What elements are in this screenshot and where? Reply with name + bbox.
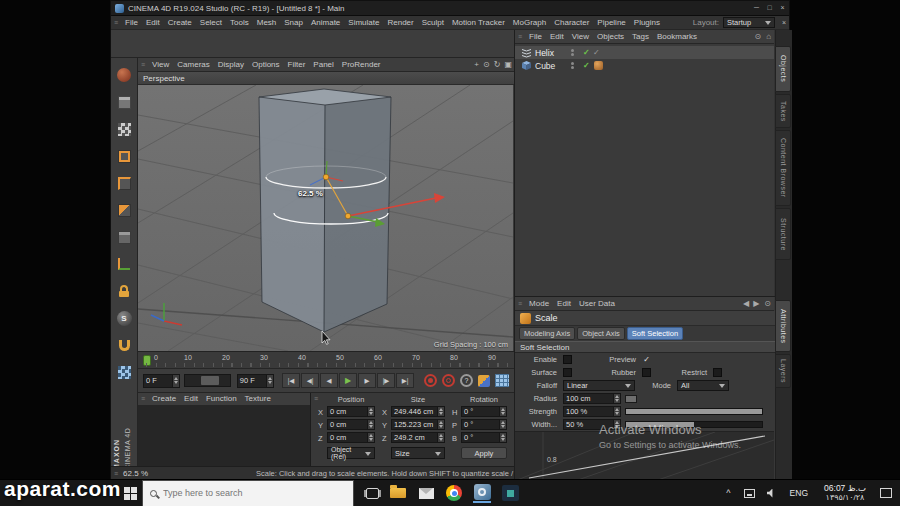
spinner[interactable] [499, 407, 506, 416]
spinner[interactable] [499, 420, 506, 429]
spinner[interactable] [437, 433, 444, 442]
object-name[interactable]: Helix [535, 48, 554, 58]
pan-view-icon[interactable]: + [472, 58, 481, 72]
speaker-icon[interactable] [767, 489, 776, 498]
layout-dropdown[interactable]: Startup [723, 17, 775, 28]
vp-menu-prorender[interactable]: ProRender [338, 58, 385, 72]
mail-button[interactable] [412, 480, 440, 506]
menu-pipeline[interactable]: Pipeline [593, 16, 629, 30]
history-back-icon[interactable]: ◀ [741, 297, 751, 311]
tab-content-browser[interactable]: Content Browser [775, 130, 791, 206]
tab-structure[interactable]: Structure [775, 208, 791, 260]
menu-mograph[interactable]: MoGraph [509, 16, 550, 30]
vp-menu-filter[interactable]: Filter [284, 58, 310, 72]
magnet-snap-button[interactable] [113, 334, 135, 356]
apply-button[interactable]: Apply [461, 447, 507, 459]
mat-menu-texture[interactable]: Texture [241, 392, 275, 406]
attr-menu-userdata[interactable]: User Data [575, 297, 619, 311]
falloff-graph[interactable]: 0.8 [515, 431, 774, 480]
enabled-tag[interactable]: ✓ [583, 61, 590, 70]
prev-key-button[interactable]: ◀| [301, 373, 319, 388]
attr-menu-mode[interactable]: Mode [525, 297, 553, 311]
polygons-mode-button[interactable] [113, 199, 135, 221]
menu-render[interactable]: Render [383, 16, 417, 30]
strength-field[interactable]: 100 % [563, 406, 621, 417]
material-grip[interactable]: ≡ [138, 392, 148, 406]
object-mode-dropdown[interactable]: Object (Rel) [327, 447, 375, 459]
spinner[interactable] [367, 420, 374, 429]
pos-y-field[interactable]: 0 cm [327, 419, 375, 430]
spinner[interactable] [499, 433, 506, 442]
om-menu-file[interactable]: File [525, 30, 546, 44]
titlebar[interactable]: CINEMA 4D R19.024 Studio (RC - R19) - [U… [111, 1, 789, 16]
close-button[interactable]: × [776, 1, 789, 15]
language-indicator[interactable]: ENG [782, 488, 816, 498]
make-editable-button[interactable] [113, 64, 135, 86]
next-key-button[interactable]: |▶ [377, 373, 395, 388]
spinner[interactable] [367, 407, 374, 416]
tab-attributes[interactable]: Attributes [775, 300, 791, 352]
tab-modeling-axis[interactable]: Modeling Axis [519, 327, 575, 340]
attr-menu-edit[interactable]: Edit [553, 297, 575, 311]
range-end-field[interactable]: 90 F [237, 374, 274, 388]
action-center-icon[interactable] [880, 488, 892, 498]
chrome-button[interactable] [440, 480, 468, 506]
axis-lock-button[interactable] [113, 280, 135, 302]
strength-slider[interactable] [625, 408, 763, 415]
object-row-helix[interactable]: Helix ✓ ✓ [515, 46, 774, 59]
width-slider[interactable] [625, 421, 763, 428]
menu-animate[interactable]: Animate [307, 16, 344, 30]
record-button[interactable] [424, 374, 437, 387]
falloff-dropdown[interactable]: Linear [563, 380, 635, 391]
menu-character[interactable]: Character [550, 16, 593, 30]
rot-p-field[interactable]: 0 ° [461, 419, 507, 430]
smooth-tag[interactable]: ✓ [593, 48, 600, 57]
om-menu-bookmarks[interactable]: Bookmarks [653, 30, 701, 44]
rot-h-field[interactable]: 0 ° [461, 406, 507, 417]
enable-checkbox[interactable] [563, 355, 572, 364]
pos-z-field[interactable]: 0 cm [327, 432, 375, 443]
menu-select[interactable]: Select [196, 16, 226, 30]
timeline-scrollbar[interactable] [184, 374, 231, 387]
next-frame-button[interactable]: ▶ [358, 373, 376, 388]
edges-mode-button[interactable] [113, 172, 135, 194]
menu-plugins[interactable]: Plugins [630, 16, 664, 30]
network-icon[interactable] [744, 489, 755, 498]
coordinates-grip[interactable]: ≡ [311, 393, 321, 405]
menu-simulate[interactable]: Simulate [344, 16, 383, 30]
spinner[interactable] [613, 394, 620, 403]
om-grip[interactable]: ≡ [515, 30, 525, 44]
om-search-icon[interactable]: ⊙ [752, 30, 763, 44]
history-forward-icon[interactable]: ▶ [751, 297, 761, 311]
preview-checkbox[interactable]: ✓ [642, 355, 651, 364]
tray-chevron-icon[interactable]: ^ [719, 488, 737, 498]
menubar-close-icon[interactable]: × [779, 16, 789, 30]
menu-mesh[interactable]: Mesh [253, 16, 281, 30]
enable-axis-button[interactable] [113, 253, 135, 275]
mat-menu-edit[interactable]: Edit [180, 392, 202, 406]
taskbar-search[interactable] [142, 480, 354, 506]
rubber-checkbox[interactable] [642, 368, 651, 377]
om-home-icon[interactable]: ⌂ [763, 30, 774, 44]
object-row-cube[interactable]: Cube ✓ [515, 59, 774, 72]
restrict-checkbox[interactable] [713, 368, 722, 377]
object-name[interactable]: Cube [535, 61, 555, 71]
keyframe-options-button[interactable]: ? [460, 374, 473, 387]
visibility-dots[interactable] [571, 48, 574, 57]
goto-end-button[interactable]: ▶| [396, 373, 414, 388]
clock[interactable]: 06:07 ب.ظ ١٣٩٥/١٠/٢٨ [816, 483, 874, 504]
phong-tag[interactable] [594, 61, 603, 70]
menu-file[interactable]: File [121, 16, 142, 30]
texture-mode-button[interactable] [113, 118, 135, 140]
minimize-button[interactable]: ─ [750, 1, 763, 15]
mode-dropdown[interactable]: All [677, 380, 729, 391]
keyframe-palette-icon[interactable] [478, 375, 490, 387]
tab-soft-selection[interactable]: Soft Selection [627, 327, 683, 340]
viewport-grip[interactable]: ≡ [138, 58, 148, 72]
mat-menu-function[interactable]: Function [202, 392, 241, 406]
spinner[interactable] [172, 375, 179, 387]
mat-menu-create[interactable]: Create [148, 392, 180, 406]
spinner[interactable] [613, 407, 620, 416]
start-button[interactable] [118, 480, 142, 506]
menu-snap[interactable]: Snap [280, 16, 307, 30]
